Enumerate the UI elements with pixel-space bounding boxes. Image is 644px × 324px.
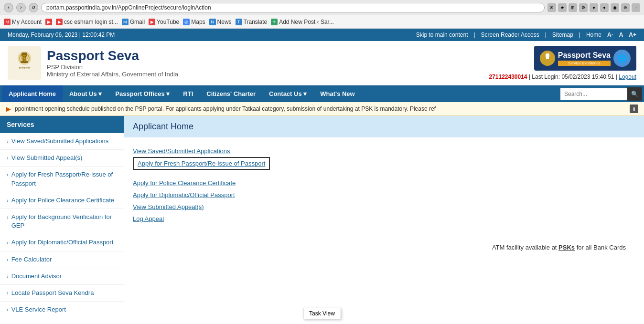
bookmark-icon-maps: ◎ (183, 19, 190, 25)
skip-link[interactable]: Skip to main content (416, 31, 468, 38)
bookmark-gmail[interactable]: M Gmail (122, 19, 145, 25)
ticker-bar: ▶ ppointment opening schedule published … (0, 102, 644, 116)
bookmarks-bar: M My Account ▶ ▶ csc eshram login st... … (0, 15, 644, 29)
address-bar[interactable]: portam.passportindia.gov.in/AppOnlinePro… (41, 3, 545, 12)
nav-reload-button[interactable]: ↺ (29, 3, 38, 12)
sidebar-item-police-clearance[interactable]: › Apply for Police Clearance Certificate (0, 192, 124, 209)
passport-seva-logo-box: Passport Seva Service Excellence 🌐 (534, 46, 636, 71)
sidebar: Services › View Saved/Submitted Applicat… (0, 116, 124, 324)
nav-passport-offices[interactable]: Passport Offices ▾ (108, 85, 176, 102)
home-link[interactable]: Home (586, 31, 601, 38)
svg-rect-14 (546, 57, 549, 59)
browser-icon-1: ✉ (547, 3, 556, 12)
logout-link[interactable]: Logout (619, 73, 636, 80)
site-name: Passport Seva (47, 48, 178, 63)
nav-contact-us[interactable]: Contact Us ▾ (262, 85, 313, 102)
date-time: Monday, February 06, 2023 | 12:00:42 PM (8, 31, 115, 38)
nav-applicant-home[interactable]: Applicant Home (2, 85, 63, 102)
link-police-clearance[interactable]: Apply for Police Clearance Certificate (133, 177, 635, 189)
browser-icon-9: ⋮ (632, 3, 640, 12)
emblem-logo: सत्यमेव जयते (8, 46, 41, 80)
psks-link[interactable]: PSKs (558, 244, 575, 251)
top-bar-links: Skip to main content | Screen Reader Acc… (416, 31, 636, 38)
navigation-bar: Applicant Home About Us ▾ Passport Offic… (0, 85, 644, 102)
browser-icon-3: ⊞ (569, 3, 577, 12)
sidebar-item-document-advisor[interactable]: › Document Advisor (0, 268, 124, 285)
bookmark-translate[interactable]: T Translate (236, 19, 268, 25)
nav-forward-button[interactable]: › (16, 3, 26, 12)
svg-rect-13 (546, 53, 549, 57)
ticker-arrow-icon: ▶ (6, 105, 11, 113)
sidebar-item-fee-calculator[interactable]: › Fee Calculator (0, 251, 124, 268)
arrow-icon-3: › (7, 197, 9, 204)
sidebar-item-background-verification[interactable]: › Apply for Background Verification for … (0, 209, 124, 234)
psp-division: PSP Division (47, 63, 178, 71)
atm-notice: ATM facility available at PSKs for all B… (133, 244, 635, 251)
bookmark-icon-gmail: M (122, 19, 129, 25)
main-content-area: Services › View Saved/Submitted Applicat… (0, 116, 644, 324)
arrow-icon-7: › (7, 273, 9, 280)
sidebar-item-locate-psk[interactable]: › Locate Passport Seva Kendra (0, 285, 124, 302)
sidebar-item-diplomatic-passport[interactable]: › Apply for Diplomatic/Official Passport (0, 234, 124, 251)
globe-icon: 🌐 (613, 50, 631, 67)
page-title: Applicant Home (133, 122, 635, 132)
search-input[interactable] (560, 88, 627, 100)
content-header: Applicant Home (124, 116, 644, 137)
font-normal-btn[interactable]: A (619, 31, 623, 38)
browser-icon-7: ◉ (611, 3, 619, 12)
bookmark-addpost[interactable]: + Add New Post ‹ Sar... (271, 19, 334, 25)
nav-search-box: 🔍 (560, 87, 642, 101)
link-diplomatic-passport[interactable]: Apply for Diplomatic/Official Passport (133, 189, 635, 201)
browser-bar: ‹ › ↺ portam.passportindia.gov.in/AppOnl… (0, 0, 644, 15)
browser-icon-4: ⚙ (579, 3, 588, 12)
bookmark-icon-myaccount: M (4, 19, 11, 25)
service-excellence-text: Service Excellence (558, 61, 611, 66)
link-fresh-passport[interactable]: Apply for Fresh Passport/Re-issue of Pas… (133, 157, 270, 170)
arrow-icon-1: › (7, 155, 9, 162)
bookmark-maps[interactable]: ◎ Maps (183, 19, 205, 25)
svg-text:सत्यमेव जयते: सत्यमेव जयते (18, 66, 30, 69)
sitemap-link[interactable]: Sitemap (552, 31, 573, 38)
sidebar-item-apply-fresh-passport[interactable]: › Apply for Fresh Passport/Re-issue of P… (0, 167, 124, 192)
font-small-btn[interactable]: A- (607, 31, 613, 38)
screen-reader-link[interactable]: Screen Reader Access (481, 31, 539, 38)
login-info: 271122430014 | Last Login: 05/02/2023 15… (489, 73, 636, 80)
bookmark-icon-translate: T (236, 19, 242, 25)
bookmark-csc[interactable]: ▶ csc eshram login st... (56, 19, 118, 25)
svg-rect-4 (21, 61, 28, 63)
logo-section: सत्यमेव जयते Passport Seva PSP Division … (8, 46, 178, 80)
content-area: Applicant Home View Saved/Submitted Appl… (124, 116, 644, 324)
sidebar-item-vle-service[interactable]: › VLE Service Report (0, 302, 124, 318)
nav-rti[interactable]: RTI (176, 85, 200, 102)
content-body: View Saved/Submitted Applications Apply … (124, 137, 644, 259)
bookmark-icon-youtube: ▶ (149, 19, 155, 25)
task-view-button[interactable]: Task View (303, 308, 341, 319)
bookmark-myaccount[interactable]: M My Account (4, 19, 42, 25)
sidebar-item-view-appeal[interactable]: › View Submitted Appeal(s) (0, 150, 124, 167)
ticker-pause-button[interactable]: ⏸ (630, 105, 638, 113)
nav-whats-new[interactable]: What's New (313, 85, 361, 102)
search-button[interactable]: 🔍 (627, 87, 642, 101)
user-id: 271122430014 (489, 73, 527, 80)
arrow-icon-2: › (7, 171, 9, 178)
bookmark-icon-news: N (209, 19, 216, 25)
font-large-btn[interactable]: A+ (629, 31, 636, 38)
top-info-bar: Monday, February 06, 2023 | 12:00:42 PM … (0, 29, 644, 41)
sidebar-title: Services (0, 116, 124, 133)
arrow-icon-8: › (7, 290, 9, 297)
nav-back-button[interactable]: ‹ (4, 3, 13, 12)
link-log-appeal[interactable]: Log Appeal (133, 213, 635, 225)
arrow-icon-0: › (7, 138, 9, 145)
nav-about-us[interactable]: About Us ▾ (63, 85, 108, 102)
browser-icon-8: ⊛ (621, 3, 630, 12)
emblem-svg: सत्यमेव जयते (10, 49, 39, 77)
bookmark-news[interactable]: N News (209, 19, 232, 25)
header-emblem-small (541, 52, 554, 65)
bookmark-yt1[interactable]: ▶ (45, 19, 52, 25)
link-view-submitted-appeal[interactable]: View Submitted Appeal(s) (133, 201, 635, 213)
bookmark-youtube[interactable]: ▶ YouTube (149, 19, 179, 25)
nav-citizens-charter[interactable]: Citizens' Charter (200, 85, 262, 102)
header-right: Passport Seva Service Excellence 🌐 27112… (489, 46, 636, 80)
link-view-saved[interactable]: View Saved/Submitted Applications (133, 145, 635, 157)
sidebar-item-view-saved[interactable]: › View Saved/Submitted Applications (0, 133, 124, 150)
